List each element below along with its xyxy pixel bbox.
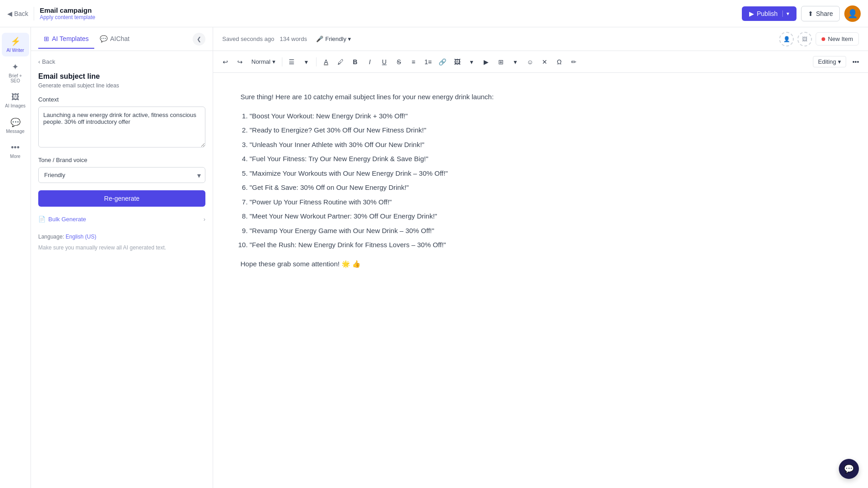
- list-item: "Fuel Your Fitness: Try Our New Energy D…: [250, 153, 841, 165]
- table-button[interactable]: ⊞: [494, 55, 508, 69]
- disclaimer-text: Make sure you manually review all AI gen…: [38, 244, 205, 252]
- editing-dropdown[interactable]: Editing ▾: [813, 56, 846, 67]
- share-label: Share: [816, 10, 833, 17]
- new-item-button[interactable]: New Item: [816, 32, 859, 46]
- grid-icon: ⊞: [44, 35, 49, 42]
- emoji-button[interactable]: ☺: [523, 55, 537, 69]
- context-group: Context Launching a new energy drink for…: [38, 96, 205, 149]
- bulk-generate-icon: 📄: [38, 216, 46, 223]
- tone-chevron-icon: ▾: [348, 36, 351, 42]
- more-options-button[interactable]: •••: [849, 55, 863, 69]
- panel-back-button[interactable]: ‹ Back: [38, 58, 205, 65]
- sidebar-item-brief-seo[interactable]: ✦ Brief + SEO: [2, 58, 29, 87]
- avatar[interactable]: 👤: [844, 5, 861, 22]
- new-item-dot: [822, 37, 825, 41]
- edit-icon-button[interactable]: ✏: [567, 55, 581, 69]
- tab-ai-templates[interactable]: ⊞ AI Templates: [38, 30, 94, 49]
- back-button[interactable]: ◀ Back: [7, 10, 28, 17]
- chat-icon: 💬: [100, 35, 107, 42]
- text-color-button[interactable]: A: [319, 55, 333, 69]
- regenerate-label: Re-generate: [104, 195, 140, 202]
- sidebar-item-more[interactable]: ••• More: [2, 139, 29, 163]
- tone-badge[interactable]: 🎤 Friendly ▾: [312, 34, 355, 44]
- publish-chevron-icon: ▾: [782, 10, 789, 17]
- aichat-tab-label: AIChat: [110, 35, 130, 42]
- image-button[interactable]: 🖼: [450, 55, 464, 69]
- new-item-area: 👤 🖼 New Item: [779, 32, 859, 46]
- editor-top-bar: Saved seconds ago 134 words 🎤 Friendly ▾…: [213, 27, 868, 51]
- list-item: "Feel the Rush: New Energy Drink for Fit…: [250, 239, 841, 251]
- bulk-generate-arrow-icon: ›: [204, 216, 205, 223]
- image-chevron[interactable]: ▾: [465, 55, 479, 69]
- template-section-title: Email subject line: [38, 72, 205, 81]
- back-arrow-icon: ◀: [7, 10, 12, 17]
- editor-outro: Hope these grab some attention! 🌟 👍: [240, 258, 841, 270]
- bulk-generate-button[interactable]: 📄 Bulk Generate ›: [38, 212, 205, 226]
- list-item: "Maximize Your Workouts with Our New Ene…: [250, 168, 841, 179]
- bold-button[interactable]: B: [348, 55, 362, 69]
- sidebar-item-ai-images[interactable]: 🖼 AI Images: [2, 89, 29, 112]
- publish-play-icon: ▶: [749, 10, 754, 17]
- top-navigation: ◀ Back Email campaign Apply content temp…: [0, 0, 868, 27]
- format-toolbar: ↩ ↪ Normal ▾ ☰ ▾ A 🖊 B I U S ≡ 1≡ 🔗 🖼 ▾ …: [213, 51, 868, 73]
- save-status: Saved seconds ago: [222, 36, 274, 42]
- highlight-button[interactable]: 🖊: [334, 55, 347, 69]
- editing-chevron-icon: ▾: [838, 58, 841, 65]
- regenerate-button[interactable]: Re-generate: [38, 190, 205, 207]
- more-dots-icon: •••: [11, 143, 20, 152]
- message-label: Message: [6, 129, 25, 134]
- ordered-list-button[interactable]: 1≡: [421, 55, 435, 69]
- context-textarea[interactable]: Launching a new energy drink for active,…: [38, 107, 205, 147]
- tone-badge-label: Friendly: [325, 36, 346, 42]
- list-item: "Meet Your New Workout Partner: 30% Off …: [250, 210, 841, 222]
- share-button[interactable]: ⬆ Share: [801, 6, 840, 21]
- language-label: Language:: [38, 234, 64, 240]
- publish-label: Publish: [757, 10, 778, 17]
- context-label: Context: [38, 96, 205, 103]
- ai-templates-tab-label: AI Templates: [52, 35, 89, 42]
- tab-aichat[interactable]: 💬 AIChat: [94, 30, 135, 49]
- redo-button[interactable]: ↪: [233, 55, 247, 69]
- play-button[interactable]: ▶: [480, 55, 493, 69]
- back-chevron-icon: ‹: [38, 58, 40, 65]
- collapse-panel-button[interactable]: ❮: [193, 33, 205, 46]
- sidebar-item-ai-writer[interactable]: ⚡ AI Writer: [2, 33, 29, 56]
- clear-format-button[interactable]: ✕: [538, 55, 551, 69]
- list-item: "Unleash Your Inner Athlete with 30% Off…: [250, 139, 841, 151]
- style-chevron-icon: ▾: [272, 58, 276, 65]
- align-chevron[interactable]: ▾: [300, 55, 313, 69]
- strikethrough-button[interactable]: S: [392, 55, 406, 69]
- table-chevron[interactable]: ▾: [509, 55, 522, 69]
- align-button[interactable]: ☰: [285, 55, 299, 69]
- chat-bubble-icon: 💬: [844, 464, 854, 474]
- subject-lines-list: "Boost Your Workout: New Energy Drink + …: [250, 110, 841, 251]
- special-char-button[interactable]: Ω: [552, 55, 566, 69]
- word-count: 134 words: [280, 36, 307, 42]
- chat-support-button[interactable]: 💬: [839, 459, 859, 479]
- publish-button[interactable]: ▶ Publish ▾: [742, 6, 797, 21]
- list-item: "Boost Your Workout: New Energy Drink + …: [250, 110, 841, 122]
- add-person-icon[interactable]: 👤: [779, 32, 794, 46]
- list-item: "Power Up Your Fitness Routine with 30% …: [250, 196, 841, 208]
- sidebar-item-message[interactable]: 💬 Message: [2, 114, 29, 137]
- main-layout: ⚡ AI Writer ✦ Brief + SEO 🖼 AI Images 💬 …: [0, 27, 868, 488]
- apply-template-link[interactable]: Apply content template: [40, 14, 95, 20]
- message-icon: 💬: [10, 117, 20, 127]
- ai-panel: ⊞ AI Templates 💬 AIChat ❮ ‹ Back Email s…: [31, 27, 213, 488]
- language-info: Language: English (US): [38, 234, 205, 240]
- nav-left: ◀ Back Email campaign Apply content temp…: [7, 6, 95, 20]
- underline-button[interactable]: U: [378, 55, 391, 69]
- italic-button[interactable]: I: [363, 55, 377, 69]
- tone-select[interactable]: Friendly Professional Casual Formal: [38, 167, 205, 183]
- editor-content[interactable]: Sure thing! Here are 10 catchy email sub…: [213, 73, 868, 488]
- undo-button[interactable]: ↩: [219, 55, 232, 69]
- style-select[interactable]: Normal ▾: [248, 56, 279, 67]
- link-button[interactable]: 🔗: [436, 55, 449, 69]
- nav-divider: [34, 7, 34, 20]
- bullet-list-button[interactable]: ≡: [407, 55, 420, 69]
- panel-tabs: ⊞ AI Templates 💬 AIChat ❮: [31, 27, 213, 51]
- share-icon: ⬆: [808, 10, 813, 17]
- add-image-icon[interactable]: 🖼: [797, 32, 812, 46]
- more-label: More: [10, 154, 20, 159]
- language-link[interactable]: English (US): [66, 234, 96, 240]
